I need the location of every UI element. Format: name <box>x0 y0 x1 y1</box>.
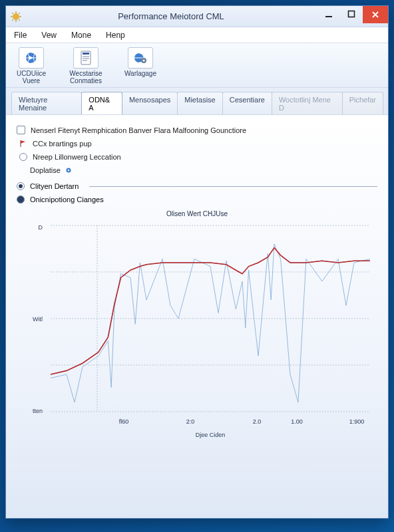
tab-0[interactable]: Wietuyre Menaine <box>11 92 82 114</box>
menubar: File Vew Mone Henp <box>6 27 388 43</box>
toolbar-button-2[interactable]: Warlagage <box>120 47 160 84</box>
minimize-button[interactable] <box>317 6 340 22</box>
chart-title: Olisen Wert CHJUse <box>17 210 377 217</box>
radio-selected-icon[interactable] <box>17 182 25 190</box>
radio-icon[interactable] <box>19 153 27 161</box>
svg-rect-10 <box>349 11 355 17</box>
chart-series-background <box>51 244 370 402</box>
option-radio-2-label: Nreep Lillonwerg Leccation <box>33 153 121 161</box>
menu-help[interactable]: Henp <box>103 29 128 41</box>
maximize-button[interactable] <box>340 6 363 22</box>
globe-cog-icon <box>128 47 153 68</box>
x-axis: fl60 2:0 2.0 1.00 1:900 Djee Ciden <box>119 418 365 438</box>
svg-rect-9 <box>325 16 332 17</box>
divider <box>89 186 377 187</box>
app-window: Performance Meiotord CML File Vew Mone H… <box>5 5 389 519</box>
toolbar-label-0: UCDUiice Vuere <box>11 70 51 84</box>
tabstrip: Wietuyre Menaine ODN& A Mensosapes Mieta… <box>6 88 388 115</box>
blue-dot-icon <box>65 166 73 174</box>
svg-line-7 <box>19 13 20 14</box>
svg-text:1.00: 1.00 <box>291 418 303 425</box>
toolbar-button-0[interactable]: UCDUiice Vuere <box>11 47 51 84</box>
option-radio-1[interactable]: CCx brartings pup <box>17 140 377 148</box>
toolbar-label-2: Warlagage <box>120 70 160 77</box>
section-2-label: Onicnipotiong Cianges <box>30 196 104 203</box>
svg-text:tten: tten <box>33 408 43 414</box>
x-axis-label: Djee Ciden <box>196 432 226 438</box>
y-axis: D Witl tten <box>33 224 43 414</box>
svg-line-6 <box>19 19 20 21</box>
globe-arrow-icon <box>19 47 44 68</box>
titlebar[interactable]: Performance Meiotord CML <box>6 6 388 27</box>
radio-filled-icon[interactable] <box>17 196 25 203</box>
svg-line-8 <box>12 19 13 21</box>
option-radio-1-label: CCx brartings pup <box>33 140 92 148</box>
red-flag-icon <box>19 140 27 148</box>
section-2[interactable]: Onicnipotiong Cianges <box>17 196 377 203</box>
svg-text:D: D <box>39 224 43 231</box>
chart-area: Olisen Wert CHJUse D Witl tten <box>17 210 377 511</box>
option-plain-label: Doplatise <box>30 166 61 174</box>
section-1[interactable]: Clityen Dertarn <box>17 182 377 190</box>
section-1-label: Clityen Dertarn <box>30 182 79 190</box>
toolbar: UCDUiice Vuere Wecstarise Conmaties Warl… <box>6 43 388 88</box>
menu-more[interactable]: Mone <box>69 29 94 41</box>
svg-text:1:900: 1:900 <box>349 418 365 425</box>
chart-grid <box>51 225 370 412</box>
tab-2[interactable]: Mensosapes <box>122 92 178 114</box>
option-check-1-label: Nenserl Fitenyt Remphication Banver Flar… <box>31 126 246 134</box>
document-lines-icon <box>73 47 98 68</box>
svg-line-5 <box>12 13 13 14</box>
tab-6[interactable]: Pichefar <box>342 92 383 114</box>
window-controls <box>317 6 388 27</box>
svg-text:Witl: Witl <box>33 316 43 323</box>
line-chart: D Witl tten fl60 2:0 2.0 1.00 1:900 Djee… <box>17 219 377 445</box>
svg-point-21 <box>68 170 69 171</box>
gear-star-icon <box>10 11 22 23</box>
toolbar-label-1: Wecstarise Conmaties <box>66 70 106 84</box>
option-radio-2[interactable]: Nreep Lillonwerg Leccation <box>17 153 377 161</box>
tab-5[interactable]: Woctotlinj Mene D <box>272 92 343 114</box>
svg-point-19 <box>143 60 145 62</box>
content-pane: Nenserl Fitenyt Remphication Banver Flar… <box>6 115 388 518</box>
svg-rect-13 <box>83 53 89 55</box>
option-check-1[interactable]: Nenserl Fitenyt Remphication Banver Flar… <box>17 126 377 134</box>
svg-point-0 <box>13 13 19 20</box>
toolbar-button-1[interactable]: Wecstarise Conmaties <box>66 47 106 84</box>
window-title: Performance Meiotord CML <box>25 11 317 21</box>
svg-text:2:0: 2:0 <box>186 418 195 425</box>
option-plain: Doplatise <box>17 166 377 174</box>
close-button[interactable] <box>363 6 388 23</box>
tab-1[interactable]: ODN& A <box>81 92 122 114</box>
menu-file[interactable]: File <box>11 29 29 41</box>
tab-4[interactable]: Cesentiare <box>222 92 272 114</box>
menu-view[interactable]: Vew <box>39 29 59 41</box>
checkbox-icon[interactable] <box>17 126 25 134</box>
tab-3[interactable]: Mietasise <box>177 92 222 114</box>
svg-text:2.0: 2.0 <box>253 418 262 425</box>
svg-text:fl60: fl60 <box>119 418 129 425</box>
